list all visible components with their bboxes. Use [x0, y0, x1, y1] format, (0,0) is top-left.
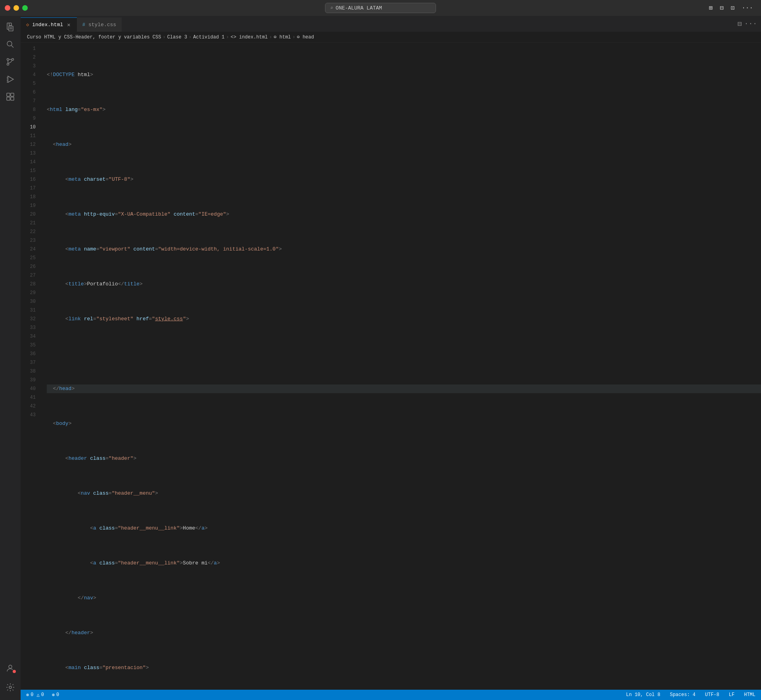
more-icon[interactable]: ···: [740, 4, 755, 12]
search-bar-text: ONE-ALURA LATAM: [336, 5, 382, 11]
activity-extensions[interactable]: [2, 89, 18, 105]
status-right: Ln 10, Col 8 Spaces: 4 UTF-8 LF HTML: [625, 692, 757, 698]
status-notifications-text: 0: [56, 692, 59, 698]
source-control-status-icon: ⊗: [26, 692, 29, 698]
split-editor-icon[interactable]: ⊟: [738, 19, 742, 28]
line-num-37: 37: [21, 358, 36, 367]
breadcrumb-sep-3: ›: [226, 34, 229, 40]
search-bar[interactable]: ⌕ ONE-ALURA LATAM: [325, 3, 436, 13]
line-num-28: 28: [21, 280, 36, 289]
line-num-1: 1: [21, 44, 36, 53]
svg-rect-12: [7, 97, 10, 100]
code-line-7: <title>Portafolio</title>: [47, 280, 761, 289]
activity-bar: [0, 16, 21, 700]
status-position[interactable]: Ln 10, Col 8: [625, 692, 662, 698]
html-file-icon: ◇: [26, 22, 29, 28]
tab-close-index-html[interactable]: ✕: [66, 21, 71, 29]
css-file-icon: #: [82, 22, 85, 28]
status-eol[interactable]: LF: [727, 692, 736, 698]
line-num-39: 39: [21, 376, 36, 384]
status-encoding-text: UTF-8: [705, 692, 719, 698]
line-num-32: 32: [21, 315, 36, 323]
activity-account[interactable]: [2, 660, 18, 676]
breadcrumb-clase[interactable]: Clase 3: [167, 34, 187, 40]
activity-run[interactable]: [2, 71, 18, 87]
code-line-1: <!DOCTYPE html>: [47, 71, 761, 79]
close-button[interactable]: [5, 5, 10, 11]
breadcrumb-actividad[interactable]: Actividad 1: [193, 34, 224, 40]
code-line-14: <a class="header__menu__link">Home</a>: [47, 524, 761, 533]
breadcrumb-head[interactable]: ⊖ head: [297, 34, 314, 40]
activity-files[interactable]: [2, 19, 18, 35]
breadcrumb: Curso HTML y CSS-Header, footer y variab…: [21, 32, 761, 43]
tab-index-html[interactable]: ◇ index.html ✕: [21, 17, 77, 32]
line-num-3: 3: [21, 62, 36, 71]
line-num-12: 12: [21, 140, 36, 149]
tab-label-index-html: index.html: [32, 22, 63, 28]
layout-icon[interactable]: ⊞: [707, 3, 714, 13]
activity-bar-bottom: [2, 660, 18, 697]
panel-icon[interactable]: ⊡: [729, 3, 736, 13]
status-spaces-text: Spaces: 4: [670, 692, 696, 698]
line-num-33: 33: [21, 323, 36, 332]
code-line-3: <head>: [47, 140, 761, 149]
line-num-42: 42: [21, 402, 36, 411]
svg-point-14: [9, 665, 12, 668]
status-spaces[interactable]: Spaces: 4: [668, 692, 697, 698]
line-num-2: 2: [21, 53, 36, 62]
code-line-18: <main class="presentacion">: [47, 664, 761, 672]
status-language[interactable]: HTML: [742, 692, 757, 698]
status-branch[interactable]: ⊗ 0 △ 0: [25, 692, 46, 698]
code-line-11: <body>: [47, 419, 761, 428]
line-num-15: 15: [21, 166, 36, 175]
line-num-16: 16: [21, 175, 36, 184]
activity-search[interactable]: [2, 36, 18, 52]
titlebar-center: ⌕ ONE-ALURA LATAM: [325, 3, 436, 13]
status-audio[interactable]: ⊗ 0: [50, 692, 61, 698]
editor-area: ◇ index.html ✕ # style.css ⊟ ··· Curso H…: [21, 16, 761, 700]
line-num-10: 10: [21, 123, 36, 132]
line-num-35: 35: [21, 341, 36, 350]
line-num-24: 24: [21, 245, 36, 254]
line-num-7: 7: [21, 97, 36, 105]
maximize-button[interactable]: [22, 5, 28, 11]
breadcrumb-course[interactable]: Curso HTML y CSS-Header, footer y variab…: [27, 34, 161, 40]
line-num-14: 14: [21, 158, 36, 166]
more-tabs-icon[interactable]: ···: [744, 20, 757, 28]
line-num-13: 13: [21, 149, 36, 158]
line-num-29: 29: [21, 289, 36, 297]
svg-point-7: [12, 59, 14, 61]
breadcrumb-html[interactable]: ⊖ html: [274, 34, 291, 40]
status-encoding[interactable]: UTF-8: [704, 692, 721, 698]
svg-point-8: [7, 63, 9, 65]
line-num-23: 23: [21, 236, 36, 245]
activity-settings[interactable]: [2, 679, 18, 695]
breadcrumb-sep-2: ›: [189, 34, 191, 40]
bell-icon: ⊗: [52, 692, 55, 698]
minimize-button[interactable]: [13, 5, 19, 11]
line-num-43: 43: [21, 411, 36, 419]
split-icon[interactable]: ⊟: [718, 3, 725, 13]
code-line-9: [47, 350, 761, 358]
code-line-12: <header class="header">: [47, 454, 761, 463]
svg-point-15: [9, 686, 11, 689]
code-content[interactable]: <!DOCTYPE html> <html lang="es-mx"> <hea…: [40, 43, 761, 690]
line-num-18: 18: [21, 193, 36, 201]
line-num-19: 19: [21, 201, 36, 210]
line-num-4: 4: [21, 71, 36, 79]
code-editor[interactable]: 1 2 3 4 5 6 7 8 9 10 11 12 13 14 15 16 1…: [21, 43, 761, 690]
line-num-40: 40: [21, 384, 36, 393]
traffic-lights: [5, 5, 28, 11]
activity-source-control[interactable]: [2, 54, 18, 70]
line-num-25: 25: [21, 254, 36, 262]
line-num-30: 30: [21, 297, 36, 306]
line-num-22: 22: [21, 228, 36, 236]
breadcrumb-file[interactable]: <> index.html: [231, 34, 268, 40]
titlebar-right-buttons: ⊞ ⊟ ⊡ ···: [707, 3, 755, 13]
code-line-2: <html lang="es-mx">: [47, 105, 761, 114]
line-num-31: 31: [21, 306, 36, 315]
tab-style-css[interactable]: # style.css: [77, 17, 122, 32]
warning-icon: △: [36, 692, 39, 698]
line-num-9: 9: [21, 114, 36, 123]
code-line-4: <meta charset="UTF-8">: [47, 175, 761, 184]
